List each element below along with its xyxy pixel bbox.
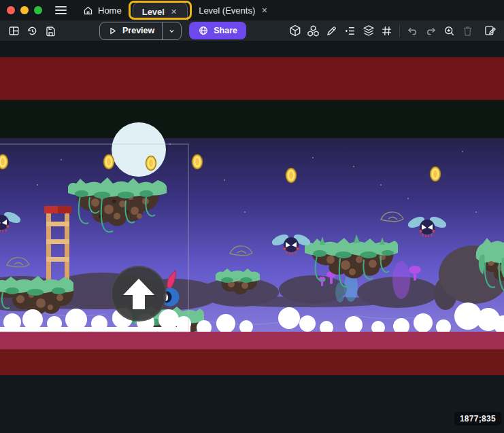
dark-red-ground (0, 349, 504, 375)
preview-label: Preview (122, 26, 154, 35)
title-bar: Home Level ✕ Level (Events) ✕ (0, 0, 504, 20)
tab-bar: Home Level ✕ Level (Events) ✕ (75, 0, 276, 20)
play-icon (107, 26, 118, 36)
zoom-in-icon[interactable] (441, 22, 458, 39)
layers-icon[interactable] (360, 22, 377, 39)
jump-button[interactable] (112, 266, 166, 321)
tab-level-events[interactable]: Level (Events) ✕ (191, 0, 276, 20)
3d-box-icon[interactable] (286, 22, 303, 39)
magenta-ground (0, 332, 504, 349)
coin[interactable] (0, 155, 8, 169)
close-tab-icon[interactable]: ✕ (260, 5, 269, 16)
tab-level-events-label: Level (Events) (199, 5, 255, 16)
cursor-coordinates-badge: 1877;835 (454, 412, 501, 426)
panels-icon[interactable] (5, 22, 22, 39)
close-window-button[interactable] (7, 6, 15, 14)
instances-list-icon[interactable] (341, 22, 358, 39)
close-tab-icon[interactable]: ✕ (169, 7, 178, 17)
scene-editor-canvas[interactable]: 1877;835 (0, 41, 504, 433)
objects-icon[interactable] (305, 22, 322, 39)
share-button[interactable]: Share (189, 22, 246, 39)
history-icon[interactable] (24, 22, 41, 39)
ground-bands (0, 332, 504, 433)
minimize-window-button[interactable] (20, 6, 29, 14)
toolbar: Preview Share (0, 20, 504, 41)
preview-button[interactable]: Preview (99, 22, 182, 40)
share-label: Share (214, 26, 237, 35)
coin[interactable] (146, 156, 156, 171)
redo-icon[interactable] (422, 22, 439, 39)
toolbar-separator (399, 24, 400, 37)
trash-icon[interactable] (459, 22, 476, 39)
scene-svg (0, 41, 504, 433)
save-icon[interactable] (42, 22, 59, 39)
dark-band (0, 100, 504, 138)
coin[interactable] (286, 169, 297, 183)
preview-dropdown-button[interactable] (162, 22, 181, 39)
undo-icon[interactable] (404, 22, 421, 39)
tab-home-label: Home (98, 5, 122, 16)
coin[interactable] (192, 155, 203, 169)
zoom-window-button[interactable] (34, 6, 42, 14)
grid-icon[interactable] (378, 22, 395, 39)
globe-icon (198, 25, 209, 36)
hamburger-menu-icon[interactable] (46, 0, 75, 20)
coin[interactable] (104, 155, 114, 169)
tab-home[interactable]: Home (75, 0, 129, 20)
traffic-lights (0, 0, 46, 20)
pencil-icon[interactable] (323, 22, 340, 39)
edit-scene-icon[interactable] (482, 22, 499, 39)
top-red-band (0, 57, 504, 100)
coin[interactable] (431, 167, 441, 181)
home-icon (83, 5, 93, 16)
chevron-down-icon (167, 27, 176, 35)
moon[interactable] (112, 122, 166, 177)
tab-level-label: Level (142, 7, 165, 17)
tab-level[interactable]: Level ✕ (133, 2, 188, 20)
